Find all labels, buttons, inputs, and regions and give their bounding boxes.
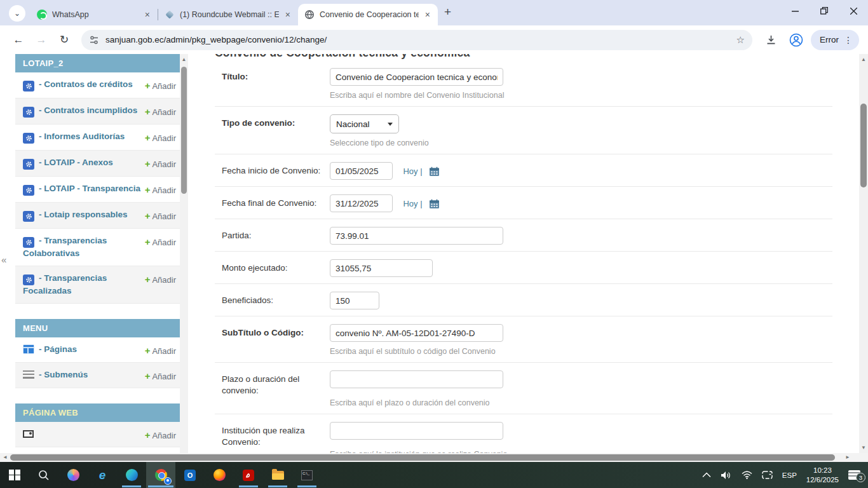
close-tab-icon[interactable]: × bbox=[424, 10, 431, 20]
taskbar-chrome-button[interactable] bbox=[146, 462, 175, 488]
site-settings-icon[interactable] bbox=[89, 35, 99, 45]
tray-expand-icon[interactable] bbox=[702, 472, 711, 478]
today-link[interactable]: Hoy | bbox=[403, 199, 422, 208]
add-link[interactable]: +Añadir bbox=[145, 183, 176, 195]
taskbar-copilot-button[interactable] bbox=[58, 462, 88, 488]
sidebar-item-label: - Informes Auditorías bbox=[39, 132, 125, 141]
start-button[interactable] bbox=[0, 462, 29, 488]
scrollbar-thumb[interactable] bbox=[181, 67, 187, 194]
taskbar-clock[interactable]: 10:23 12/6/2025 bbox=[806, 466, 839, 485]
sidebar-item-partial[interactable]: +Añadir bbox=[15, 422, 180, 447]
sidebar-item-contratos-incumplidos[interactable]: - Contratos incumplidos +Añadir bbox=[15, 98, 180, 125]
downloads-icon[interactable] bbox=[760, 34, 782, 45]
add-link[interactable]: +Añadir bbox=[145, 157, 176, 169]
volume-icon[interactable] bbox=[721, 471, 732, 480]
institucion-input[interactable] bbox=[330, 422, 503, 440]
whatsapp-icon bbox=[37, 10, 47, 20]
language-indicator[interactable]: ESP bbox=[782, 471, 797, 479]
browser-toolbar: ← → ↻ sanjuan.gob.ec/admin/pkg_webpage/c… bbox=[0, 25, 868, 54]
close-tab-icon[interactable]: × bbox=[144, 10, 151, 20]
profile-error-button[interactable]: Error ⋮ bbox=[811, 30, 859, 50]
today-link[interactable]: Hoy | bbox=[403, 166, 422, 176]
address-bar[interactable]: sanjuan.gob.ec/admin/pkg_webpage/conveni… bbox=[81, 30, 752, 50]
add-link[interactable]: +Añadir bbox=[145, 428, 176, 440]
taskbar-acrobat-button[interactable] bbox=[234, 462, 263, 488]
taskbar-terminal-button[interactable]: C:\_ bbox=[292, 462, 322, 488]
sidebar-item-contratos-creditos[interactable]: - Contratos de créditos +Añadir bbox=[15, 72, 180, 98]
sidebar-item-submenus[interactable]: - Submenús +Añadir bbox=[15, 363, 180, 388]
restore-button[interactable] bbox=[810, 0, 839, 22]
new-tab-button[interactable]: + bbox=[444, 5, 451, 19]
taskbar-ie-button[interactable]: e bbox=[88, 462, 117, 488]
sidebar-item-transparencias-colaborativas[interactable]: - Transparencias Colaborativas +Añadir bbox=[15, 229, 180, 266]
add-link[interactable]: +Añadir bbox=[145, 209, 176, 221]
taskbar-firefox-button[interactable] bbox=[205, 462, 234, 488]
sidebar-item-lotaip-transparencia[interactable]: - LOTAIP - Transparencia +Añadir bbox=[15, 177, 180, 203]
sidebar-item-paginas[interactable]: - Páginas +Añadir bbox=[15, 337, 180, 363]
bookmark-star-icon[interactable]: ☆ bbox=[736, 34, 745, 46]
close-window-button[interactable] bbox=[839, 0, 868, 22]
add-link[interactable]: +Añadir bbox=[145, 273, 176, 285]
minimize-button[interactable] bbox=[780, 0, 810, 22]
tab-search-button[interactable]: ⌄ bbox=[9, 5, 25, 22]
scroll-right-icon[interactable]: ► bbox=[843, 453, 853, 462]
section-header-menu: MENU bbox=[15, 319, 180, 337]
profile-icon[interactable] bbox=[785, 33, 807, 47]
taskbar-search-button[interactable] bbox=[29, 462, 58, 488]
add-link[interactable]: +Añadir bbox=[145, 105, 176, 117]
vertical-scrollbar[interactable]: ▲ ▼ bbox=[859, 54, 868, 453]
tab-whatsapp[interactable]: WhatsApp × bbox=[31, 4, 158, 25]
scroll-up-icon[interactable]: ▲ bbox=[180, 57, 188, 62]
sidebar-item-lotaip-responsables[interactable]: - Lotaip responsables +Añadir bbox=[15, 203, 180, 229]
forward-button[interactable]: → bbox=[32, 34, 51, 46]
sidebar-scrollbar[interactable]: ▲ bbox=[180, 54, 188, 453]
sidebar-item-transparencias-focalizadas[interactable]: - Transparencias Focalizadas +Añadir bbox=[15, 266, 180, 304]
acrobat-icon bbox=[243, 470, 254, 481]
tab-convenio-active[interactable]: Convenio de Cooperacion tecni × bbox=[298, 4, 438, 25]
fecha-inicio-input[interactable] bbox=[330, 162, 393, 180]
page-title: Convenio de Cooperacion tecnica y econom… bbox=[215, 54, 859, 60]
notification-center-icon[interactable]: 3 bbox=[848, 470, 860, 480]
tipo-convenio-select[interactable]: Nacional bbox=[330, 114, 399, 133]
scroll-up-icon[interactable]: ▲ bbox=[859, 57, 868, 62]
scrollbar-thumb[interactable] bbox=[860, 104, 867, 187]
section-gap bbox=[15, 304, 180, 319]
sidebar-item-informes-auditorias[interactable]: - Informes Auditorías +Añadir bbox=[15, 125, 180, 151]
gear-icon bbox=[23, 133, 34, 144]
scroll-left-icon[interactable]: ◄ bbox=[0, 453, 10, 462]
fecha-final-input[interactable] bbox=[330, 194, 393, 212]
beneficiados-input[interactable] bbox=[330, 292, 379, 309]
form-row-fecha-inicio: Fecha inicio de Convenio: Hoy | bbox=[215, 154, 832, 187]
wifi-icon[interactable] bbox=[742, 471, 752, 479]
scrollbar-thumb[interactable] bbox=[10, 454, 835, 461]
sidebar-collapse-button[interactable]: « bbox=[1, 254, 6, 265]
scroll-down-icon[interactable]: ▼ bbox=[859, 445, 868, 451]
taskbar-edge-button[interactable] bbox=[117, 462, 146, 488]
calendar-icon[interactable] bbox=[429, 199, 440, 209]
titulo-input[interactable] bbox=[330, 68, 503, 86]
add-link[interactable]: +Añadir bbox=[145, 131, 176, 143]
calendar-icon[interactable] bbox=[429, 166, 440, 177]
menu-kebab-icon[interactable]: ⋮ bbox=[844, 35, 853, 45]
add-link[interactable]: +Añadir bbox=[145, 79, 176, 91]
reload-button[interactable]: ↻ bbox=[55, 33, 74, 46]
display-cast-icon[interactable] bbox=[762, 471, 773, 479]
url-text[interactable]: sanjuan.gob.ec/admin/pkg_webpage/conveni… bbox=[105, 35, 736, 44]
section-lotaip2: - Contratos de créditos +Añadir - Contra… bbox=[15, 72, 180, 304]
plazo-input[interactable] bbox=[330, 370, 503, 388]
add-link[interactable]: +Añadir bbox=[145, 235, 176, 247]
tab-roundcube[interactable]: (1) Roundcube Webmail :: Entra × bbox=[158, 4, 298, 25]
add-link[interactable]: +Añadir bbox=[145, 369, 176, 381]
horizontal-scrollbar[interactable]: ◄ ► bbox=[0, 453, 868, 462]
subtitulo-input[interactable] bbox=[330, 324, 503, 342]
close-tab-icon[interactable]: × bbox=[284, 10, 292, 20]
partida-input[interactable] bbox=[330, 227, 503, 245]
windows-taskbar: e O C:\_ ESP 10:23 12/6/2025 3 bbox=[0, 462, 868, 488]
monto-ejecutado-input[interactable] bbox=[330, 259, 433, 277]
taskbar-explorer-button[interactable] bbox=[263, 462, 292, 488]
add-link[interactable]: +Añadir bbox=[145, 344, 176, 356]
back-button[interactable]: ← bbox=[9, 34, 28, 46]
sidebar-item-lotaip-anexos[interactable]: - LOTAIP - Anexos +Añadir bbox=[15, 151, 180, 177]
taskbar-outlook-button[interactable]: O bbox=[175, 462, 205, 488]
error-label: Error bbox=[820, 35, 839, 44]
